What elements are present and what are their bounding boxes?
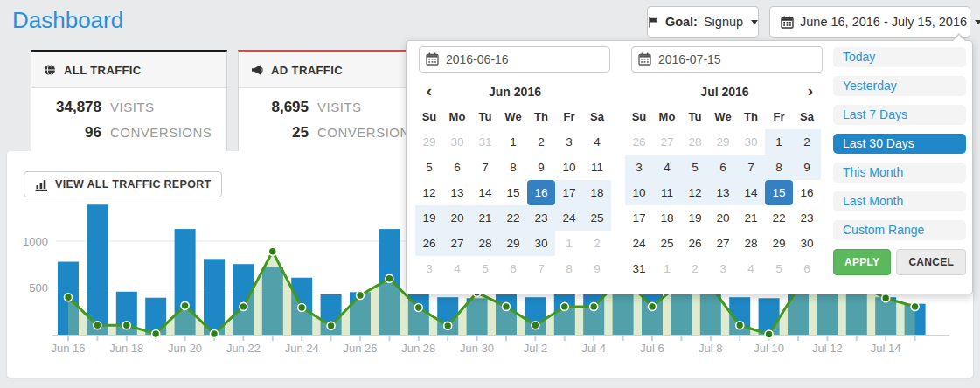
calendar-day[interactable]: 30	[793, 231, 821, 256]
calendar-day[interactable]: 28	[737, 231, 765, 256]
calendar-day[interactable]: 1	[765, 129, 793, 155]
start-date-input[interactable]	[419, 46, 610, 73]
calendar-day[interactable]: 11	[583, 155, 611, 180]
calendar-day[interactable]: 3	[415, 256, 443, 281]
calendar-day[interactable]: 10	[555, 155, 583, 180]
conversions-point[interactable]	[386, 274, 393, 282]
calendar-day[interactable]: 4	[653, 155, 681, 180]
calendar-day[interactable]: 7	[471, 155, 499, 180]
calendar-day[interactable]: 2	[583, 231, 611, 256]
calendar-day[interactable]: 16	[793, 180, 821, 205]
calendar-day[interactable]: 13	[709, 180, 737, 205]
calendar-day[interactable]: 25	[583, 205, 611, 231]
calendar-day[interactable]: 22	[499, 205, 527, 231]
calendar-day[interactable]: 30	[443, 129, 471, 155]
calendar-day[interactable]: 21	[737, 205, 765, 231]
calendar-day[interactable]: 26	[415, 231, 443, 256]
calendar-day[interactable]: 29	[709, 129, 737, 155]
apply-button[interactable]: APPLY	[833, 249, 891, 275]
calendar-day[interactable]: 16	[527, 180, 555, 205]
range-option-this-month[interactable]: This Month	[833, 163, 966, 183]
calendar-day[interactable]: 5	[415, 155, 443, 180]
calendar-day[interactable]: 25	[653, 231, 681, 256]
calendar-day[interactable]: 23	[793, 205, 821, 231]
calendar-day[interactable]: 20	[709, 205, 737, 231]
calendar-day[interactable]: 22	[765, 205, 793, 231]
calendar-day[interactable]: 4	[583, 129, 611, 155]
calendar-day[interactable]: 17	[555, 180, 583, 205]
conversions-point[interactable]	[765, 330, 773, 338]
calendar-day[interactable]: 19	[681, 205, 709, 231]
calendar-day[interactable]: 6	[709, 155, 737, 180]
view-all-traffic-report-button[interactable]: VIEW ALL TRAFFIC REPORT	[24, 171, 222, 197]
calendar-day[interactable]: 30	[737, 129, 765, 155]
range-option-yesterday[interactable]: Yesterday	[833, 76, 966, 96]
calendar-day[interactable]: 8	[555, 256, 583, 281]
calendar-day[interactable]: 2	[527, 129, 555, 155]
conversions-point[interactable]	[181, 301, 189, 309]
calendar-day[interactable]: 12	[415, 180, 443, 205]
calendar-day[interactable]: 26	[625, 129, 653, 155]
calendar-day[interactable]: 9	[527, 155, 555, 180]
calendar-day[interactable]: 28	[681, 129, 709, 155]
calendar-day[interactable]: 18	[583, 180, 611, 205]
calendar-day[interactable]: 8	[499, 155, 527, 180]
calendar-day[interactable]: 1	[653, 256, 681, 281]
conversions-point[interactable]	[444, 322, 452, 329]
calendar-day[interactable]: 29	[765, 231, 793, 256]
calendar-day[interactable]: 31	[471, 129, 499, 155]
calendar-day[interactable]: 15	[499, 180, 527, 205]
conversions-point[interactable]	[327, 322, 335, 329]
calendar-day[interactable]: 27	[709, 231, 737, 256]
calendar-day[interactable]: 21	[471, 205, 499, 231]
calendar-day[interactable]: 5	[765, 256, 793, 281]
calendar-day[interactable]: 18	[653, 205, 681, 231]
calendar-day[interactable]: 2	[681, 256, 709, 281]
range-option-last-month[interactable]: Last Month	[833, 191, 966, 211]
range-option-last-30-days[interactable]: Last 30 Days	[833, 134, 966, 154]
cancel-button[interactable]: CANCEL	[896, 249, 966, 275]
calendar-day[interactable]: 13	[443, 180, 471, 205]
conversions-point[interactable]	[211, 329, 219, 337]
calendar-day[interactable]: 10	[625, 180, 653, 205]
calendar-next-icon[interactable]: ›	[796, 80, 824, 104]
calendar-day[interactable]: 12	[681, 180, 709, 205]
end-date-input[interactable]	[631, 46, 823, 73]
calendar-day[interactable]: 4	[737, 256, 765, 281]
calendar-day[interactable]: 11	[653, 180, 681, 205]
calendar-day[interactable]: 27	[653, 129, 681, 155]
conversions-point[interactable]	[268, 247, 276, 255]
calendar-day[interactable]: 14	[471, 180, 499, 205]
conversions-point[interactable]	[357, 292, 365, 300]
conversions-point[interactable]	[94, 322, 101, 329]
conversions-point[interactable]	[152, 329, 160, 337]
conversions-point[interactable]	[882, 294, 890, 302]
range-option-last-7-days[interactable]: Last 7 Days	[833, 105, 966, 125]
conversions-point[interactable]	[590, 302, 598, 310]
range-option-today[interactable]: Today	[833, 47, 966, 67]
calendar-day[interactable]: 1	[555, 231, 583, 256]
conversions-point[interactable]	[298, 303, 306, 311]
calendar-day[interactable]: 6	[793, 256, 821, 281]
conversions-point[interactable]	[414, 303, 422, 311]
conversions-point[interactable]	[503, 302, 511, 310]
calendar-day[interactable]: 29	[415, 129, 443, 155]
calendar-day[interactable]: 3	[625, 155, 653, 180]
calendar-day[interactable]: 6	[443, 155, 471, 180]
calendar-day[interactable]: 31	[625, 256, 653, 281]
calendar-day[interactable]: 5	[681, 155, 709, 180]
calendar-day[interactable]: 9	[793, 155, 821, 180]
calendar-day[interactable]: 26	[681, 231, 709, 256]
calendar-day[interactable]: 24	[555, 205, 583, 231]
visits-bar[interactable]	[87, 204, 108, 335]
calendar-day[interactable]: 7	[527, 256, 555, 281]
calendar-day[interactable]: 1	[499, 129, 527, 155]
conversions-point[interactable]	[736, 322, 744, 329]
calendar-prev-icon[interactable]: ‹	[415, 80, 443, 104]
calendar-day[interactable]: 14	[737, 180, 765, 205]
calendar-day[interactable]: 3	[555, 129, 583, 155]
calendar-day[interactable]: 5	[471, 256, 499, 281]
calendar-day[interactable]: 30	[527, 231, 555, 256]
calendar-day[interactable]: 19	[415, 205, 443, 231]
conversions-point[interactable]	[122, 322, 130, 329]
